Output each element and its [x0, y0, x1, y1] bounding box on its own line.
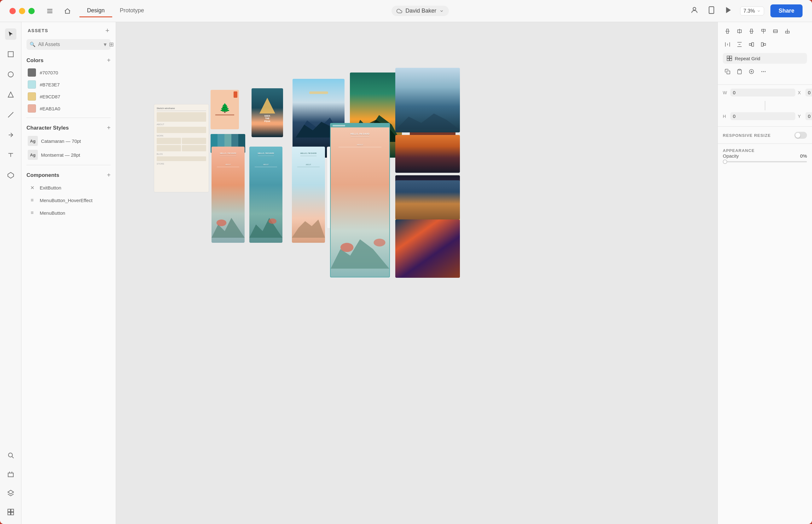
color-item-4[interactable]: #EAB1A0: [27, 102, 111, 114]
y-field: Y: [798, 112, 812, 120]
artwork-app-4[interactable]: HELLO, I'M DAVID──────────── ABOUT: [330, 123, 390, 277]
component-1[interactable]: ✕ ExitButton: [27, 181, 111, 194]
copy-row: [723, 67, 807, 76]
comp-icon-3: ≡: [28, 208, 36, 217]
select-tool[interactable]: [5, 28, 16, 40]
color-item-3[interactable]: #E9CD87: [27, 91, 111, 102]
opacity-handle[interactable]: [723, 160, 727, 164]
component-3[interactable]: ≡ MenuButton: [27, 207, 111, 219]
artwork-app-1[interactable]: HELLO, I'M DAVID──────────── ABOUT: [212, 147, 245, 243]
components-add-button[interactable]: +: [107, 171, 111, 179]
align-btn-3[interactable]: [747, 40, 756, 49]
colors-label: Colors: [27, 58, 44, 64]
search-input[interactable]: [38, 42, 101, 47]
width-x-row: W X: [723, 88, 807, 97]
align-center-h-button[interactable]: [735, 27, 744, 36]
width-label: W: [723, 90, 729, 95]
comp-icon-1: ✕: [28, 183, 36, 192]
y-input[interactable]: [806, 112, 812, 120]
width-input[interactable]: [730, 88, 795, 97]
user-icon[interactable]: [689, 5, 700, 17]
artwork-photo-fog[interactable]: [395, 135, 460, 173]
align-right-button[interactable]: [747, 27, 756, 36]
pen-tool[interactable]: [5, 129, 16, 141]
svg-marker-13: [7, 173, 13, 178]
tab-prototype[interactable]: Prototype: [112, 5, 152, 17]
distribute-h-button[interactable]: [723, 40, 732, 49]
svg-rect-23: [11, 512, 13, 515]
repeat-grid-button[interactable]: Repeat Grid: [723, 53, 807, 64]
align-middle-button[interactable]: [771, 27, 780, 36]
dropdown-icon[interactable]: ▾: [104, 41, 106, 48]
align-left-button[interactable]: [723, 27, 732, 36]
search-tool[interactable]: [5, 449, 16, 461]
grid-view-icon[interactable]: ⊞: [109, 41, 114, 48]
assets-add-button[interactable]: +: [105, 27, 110, 34]
component-2[interactable]: ≡ MenuButton_HoverEffect: [27, 194, 111, 207]
svg-marker-33: [292, 219, 325, 238]
device-icon[interactable]: [706, 5, 717, 17]
char-style-1[interactable]: Ag Catamaran — 70pt: [27, 134, 111, 148]
opacity-label: Opacity: [723, 153, 739, 159]
menu-icon[interactable]: [44, 5, 55, 17]
title-bar-center: David Baker: [158, 6, 682, 16]
svg-point-8: [8, 72, 13, 77]
colors-section-header: Colors +: [27, 54, 111, 67]
window-controls: [10, 8, 35, 14]
x-label: X: [798, 90, 804, 95]
char-preview-2: Ag: [28, 150, 38, 160]
svg-marker-9: [8, 92, 13, 97]
colors-add-button[interactable]: +: [107, 57, 111, 64]
char-styles-add-button[interactable]: +: [107, 124, 111, 131]
height-input[interactable]: [730, 112, 795, 120]
align-btn-4[interactable]: [759, 40, 768, 49]
char-label-1: Catamaran — 70pt: [41, 138, 81, 144]
duplicate-button[interactable]: [747, 67, 756, 76]
paste-button[interactable]: [735, 67, 744, 76]
artwork-photo-sky2[interactable]: [395, 180, 460, 219]
x-input[interactable]: [806, 88, 812, 97]
copy-button[interactable]: [723, 67, 732, 76]
share-button[interactable]: Share: [770, 4, 802, 17]
svg-marker-31: [249, 218, 282, 238]
canvas-area[interactable]: Sketch wireframe ABOUT WORK BLOG: [116, 22, 717, 524]
opacity-slider[interactable]: [723, 161, 807, 162]
plugins-tool[interactable]: [5, 506, 16, 518]
align-bottom-button[interactable]: [783, 27, 792, 36]
play-icon[interactable]: [723, 5, 734, 17]
align-top-button[interactable]: [759, 27, 768, 36]
color-item-2[interactable]: #B7E3E7: [27, 79, 111, 91]
ellipse-tool[interactable]: [5, 69, 16, 80]
artwork-app-2[interactable]: HELLO, I'M DAVID──────────── ABOUT: [249, 147, 282, 243]
user-menu[interactable]: David Baker: [392, 6, 449, 16]
artwork-photo-dramatic[interactable]: [395, 219, 460, 278]
layers-tool[interactable]: [5, 488, 16, 499]
artwork-sketch[interactable]: Sketch wireframe ABOUT WORK BLOG: [154, 104, 209, 192]
svg-rect-60: [727, 56, 729, 58]
minimize-button[interactable]: [19, 8, 25, 14]
distribute-v-button[interactable]: [735, 40, 744, 49]
zoom-control[interactable]: 7.3%: [740, 6, 764, 15]
component-tool[interactable]: [5, 170, 16, 181]
responsive-label: RESPONSIVE RESIZE: [723, 133, 771, 138]
artwork-photo-large[interactable]: [395, 68, 460, 132]
char-style-2[interactable]: Ag Montserrat — 28pt: [27, 148, 111, 162]
artwork-tree[interactable]: 🌲: [211, 90, 239, 129]
tab-design[interactable]: Design: [80, 5, 112, 17]
maximize-button[interactable]: [28, 8, 35, 14]
close-button[interactable]: [10, 8, 16, 14]
svg-rect-56: [749, 44, 751, 45]
responsive-toggle[interactable]: [794, 132, 807, 139]
more-button[interactable]: [759, 67, 768, 76]
artwork-app-3[interactable]: HELLO, I'M DAVID──────────── ABOUT: [292, 147, 325, 243]
artwork-mountain-poster[interactable]: SEEKTHEPEAK: [251, 88, 283, 137]
text-tool[interactable]: [5, 149, 16, 161]
artboards-tool[interactable]: [5, 469, 16, 480]
home-icon[interactable]: [62, 5, 73, 17]
search-icon: 🔍: [30, 42, 36, 47]
rectangle-tool[interactable]: [5, 49, 16, 60]
triangle-tool[interactable]: [5, 89, 16, 100]
line-tool[interactable]: [5, 109, 16, 120]
color-item-1[interactable]: #707070: [27, 67, 111, 79]
svg-marker-19: [7, 490, 13, 494]
